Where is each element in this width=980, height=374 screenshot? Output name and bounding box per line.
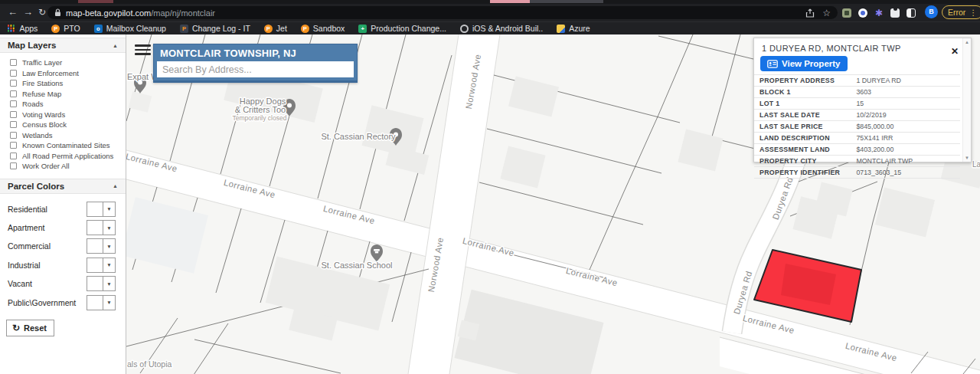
chrome-menu-icon[interactable]: ⋮ — [969, 8, 977, 17]
bookmark-mailbox-cleanup[interactable]: o Mailbox Cleanup — [87, 24, 173, 33]
color-swatch — [87, 296, 103, 310]
outlook-icon: o — [94, 25, 103, 33]
panel-scrollbar[interactable]: ▲ ▼ — [962, 38, 971, 162]
checkbox[interactable] — [10, 153, 17, 159]
map-layers-header[interactable]: Map Layers ▲ — [0, 38, 126, 53]
color-swatch — [87, 277, 103, 290]
checkbox[interactable] — [10, 100, 17, 107]
collapse-arrow-icon[interactable]: ▲ — [113, 43, 118, 48]
table-row: LOT 115 — [754, 98, 960, 110]
checkbox[interactable] — [10, 121, 17, 128]
layer-work-order[interactable]: Work Order All — [0, 161, 126, 172]
reset-button[interactable]: ↻ Reset — [6, 320, 54, 336]
close-icon[interactable]: ✕ — [951, 48, 959, 55]
color-dropdown[interactable]: ▼ — [87, 276, 116, 291]
bookmark-star-icon[interactable]: ☆ — [822, 8, 831, 18]
parcel-colors-list: Residential ▼ Apartment ▼ Commercial ▼ I… — [0, 194, 126, 312]
table-row: BLOCK 13603 — [754, 87, 960, 98]
bookmark-production-change[interactable]: + Production Change... — [351, 24, 453, 33]
layer-road-permits[interactable]: All Road Permit Applications — [0, 151, 126, 162]
layer-refuse-map[interactable]: Refuse Map — [0, 89, 126, 100]
checkbox[interactable] — [10, 80, 17, 87]
chevron-down-icon: ▼ — [103, 239, 115, 253]
chevron-down-icon: ▼ — [103, 221, 115, 235]
reload-icon[interactable]: ↻ — [38, 6, 46, 18]
school-label: St. Cassian School — [322, 261, 393, 270]
checkbox[interactable] — [10, 59, 17, 66]
layer-voting-wards[interactable]: Voting Wards — [0, 110, 126, 120]
table-row: PROPERTY CITYMONTCLAIR TWP — [754, 156, 960, 167]
color-dropdown[interactable]: ▼ — [87, 238, 116, 254]
layer-roads[interactable]: Roads — [0, 99, 126, 110]
extension-icon[interactable] — [858, 8, 867, 18]
url-bar[interactable]: map-beta.govpilot.com/map/nj/montclair ☆ — [47, 6, 838, 19]
ring-icon — [460, 25, 469, 33]
layer-wetlands[interactable]: Wetlands — [0, 130, 126, 141]
color-swatch — [87, 258, 103, 272]
property-title: 1 DURYEA RD, MONTCLAIR TWP — [754, 38, 971, 54]
bookmark-ios-android[interactable]: iOS & Android Buil.. — [453, 24, 550, 33]
layer-law-enforcement[interactable]: Law Enforcement — [0, 68, 126, 79]
svg-text:& Critters Too: & Critters Too — [235, 105, 286, 114]
checkbox[interactable] — [10, 162, 17, 169]
menu-hamburger-icon[interactable] — [135, 44, 151, 57]
chevron-down-icon: ▼ — [103, 258, 115, 272]
collapse-arrow-icon[interactable]: ▲ — [113, 183, 118, 189]
checkbox[interactable] — [10, 132, 17, 139]
table-row: PROPERTY IDENTIFIER0713_3603_15 — [754, 167, 960, 179]
property-attributes-table: PROPERTY ADDRESS1 DURYEA RD BLOCK 13603 … — [754, 74, 960, 179]
extensions-row: ✱ — [842, 6, 916, 19]
bookmark-change-log[interactable]: P Change Log - IT — [173, 24, 257, 33]
table-row: LAST SALE DATE10/2/2019 — [754, 110, 960, 121]
address-search-input[interactable] — [157, 61, 354, 77]
layer-contaminated-sites[interactable]: Known Contaminated Sites — [0, 140, 126, 151]
bookmark-sandbox[interactable]: P Sandbox — [294, 24, 351, 33]
bookmark-pto[interactable]: P PTO — [44, 24, 87, 33]
lock-icon — [54, 8, 61, 17]
parcel-colors-header[interactable]: Parcel Colors ▲ — [0, 179, 126, 194]
layer-fire-stations[interactable]: Fire Stations — [0, 78, 126, 89]
property-info-panel: 1 DURYEA RD, MONTCLAIR TWP ✕ View Proper… — [753, 38, 972, 162]
azure-icon — [557, 25, 565, 33]
bookmarks-bar: Apps P PTO o Mailbox Cleanup P Change Lo… — [0, 21, 980, 34]
url-path: /map/nj/montclair — [151, 8, 215, 18]
share-icon[interactable] — [805, 8, 815, 18]
scroll-down-icon[interactable]: ▼ — [965, 156, 969, 160]
layer-traffic[interactable]: Traffic Layer — [0, 57, 126, 68]
checkbox[interactable] — [10, 70, 17, 77]
color-dropdown[interactable]: ▼ — [87, 202, 116, 217]
color-swatch — [87, 202, 103, 216]
extension-icon[interactable]: ✱ — [874, 8, 884, 18]
tab-edge — [78, 0, 113, 3]
checkbox[interactable] — [10, 111, 17, 118]
pin-icon: P — [301, 25, 309, 33]
bookmark-azure[interactable]: Azure — [550, 24, 596, 33]
puzzle-extensions-icon[interactable] — [890, 8, 900, 18]
table-row: PROPERTY ADDRESS1 DURYEA RD — [754, 75, 960, 87]
color-dropdown[interactable]: ▼ — [87, 220, 116, 235]
back-icon[interactable]: ← — [8, 6, 18, 18]
color-swatch — [87, 221, 103, 235]
checkbox[interactable] — [10, 90, 17, 97]
profile-avatar[interactable]: B — [925, 5, 938, 18]
forward-icon[interactable]: → — [23, 6, 33, 18]
bookmark-apps[interactable]: Apps — [0, 24, 44, 33]
township-search-panel: MONTCLAIR TOWNSHIP, NJ — [153, 44, 358, 83]
parcel-color-commercial: Commercial ▼ — [0, 237, 126, 255]
temporarily-closed-label: Temporarily closed — [233, 114, 287, 122]
table-row: LAST SALE PRICE$845,000.00 — [754, 121, 960, 133]
chevron-down-icon: ▼ — [103, 296, 115, 310]
url-host: map-beta.govpilot.com — [66, 8, 151, 18]
extension-icon[interactable] — [842, 8, 851, 18]
color-dropdown[interactable]: ▼ — [87, 295, 116, 310]
table-row: LAND DESCRIPTION75X141 IRR — [754, 133, 960, 144]
error-button[interactable]: Error ⋮ — [942, 5, 980, 19]
apps-grid-icon — [8, 25, 9, 26]
extension-icon[interactable] — [906, 8, 916, 18]
color-dropdown[interactable]: ▼ — [87, 258, 116, 273]
scroll-up-icon[interactable]: ▲ — [965, 40, 969, 44]
layer-census-block[interactable]: Census Block — [0, 120, 126, 130]
checkbox[interactable] — [10, 142, 17, 149]
bookmark-jet[interactable]: P Jet — [257, 24, 294, 33]
view-property-button[interactable]: View Property — [760, 56, 848, 71]
